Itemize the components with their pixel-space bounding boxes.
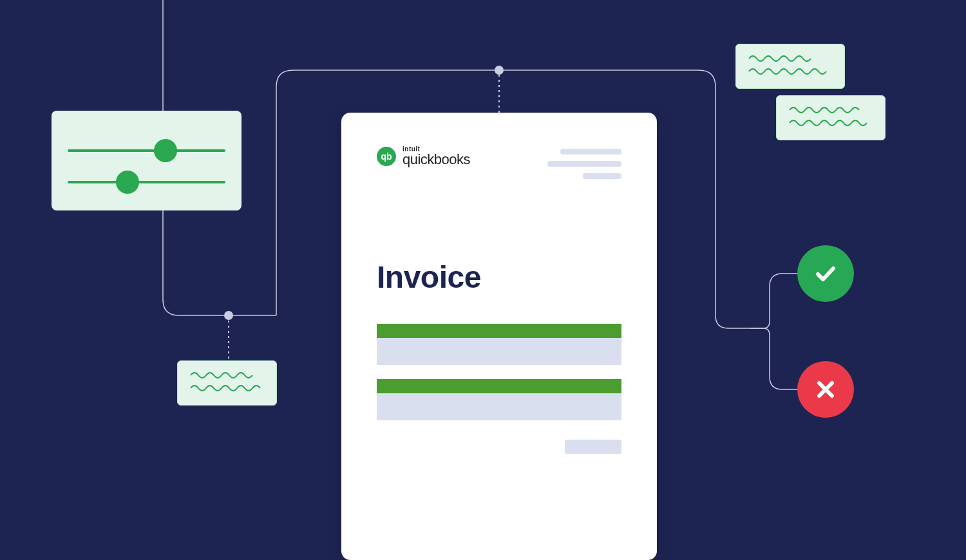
invoice-meta-placeholder bbox=[547, 149, 621, 179]
row-header-bar bbox=[377, 324, 621, 338]
slider-1[interactable] bbox=[68, 149, 225, 152]
annotation-card-1 bbox=[177, 360, 277, 406]
slider-2[interactable] bbox=[68, 181, 225, 183]
invoice-row bbox=[377, 379, 621, 420]
squiggle-icon bbox=[788, 105, 875, 128]
row-body-bar bbox=[377, 338, 621, 365]
invoice-document: qb intuit quickbooks Invoice bbox=[341, 113, 657, 560]
placeholder-line bbox=[547, 161, 621, 167]
svg-point-0 bbox=[224, 311, 233, 320]
quickbooks-logo: qb intuit quickbooks bbox=[377, 146, 470, 167]
annotation-card-2 bbox=[735, 44, 845, 89]
brand-name-label: quickbooks bbox=[402, 153, 470, 167]
approve-button[interactable] bbox=[797, 245, 854, 302]
annotation-card-3 bbox=[776, 95, 886, 140]
close-icon bbox=[813, 377, 838, 402]
invoice-row bbox=[377, 324, 621, 365]
row-body-bar bbox=[377, 393, 621, 420]
placeholder-line bbox=[560, 149, 621, 154]
invoice-title: Invoice bbox=[377, 259, 621, 295]
row-header-bar bbox=[377, 379, 621, 393]
settings-sliders-card bbox=[52, 111, 242, 210]
quickbooks-logo-mark: qb bbox=[377, 147, 396, 166]
check-icon bbox=[811, 259, 840, 288]
placeholder-line bbox=[583, 173, 621, 179]
placeholder-pill bbox=[565, 440, 621, 454]
invoice-header: qb intuit quickbooks bbox=[377, 146, 621, 179]
squiggle-icon bbox=[189, 370, 267, 393]
squiggle-icon bbox=[748, 53, 834, 77]
reject-button[interactable] bbox=[797, 361, 854, 418]
slider-1-knob[interactable] bbox=[154, 139, 177, 162]
invoice-line-items bbox=[377, 324, 621, 420]
invoice-total-placeholder bbox=[377, 440, 621, 454]
slider-2-knob[interactable] bbox=[116, 171, 139, 194]
svg-point-1 bbox=[495, 66, 504, 75]
